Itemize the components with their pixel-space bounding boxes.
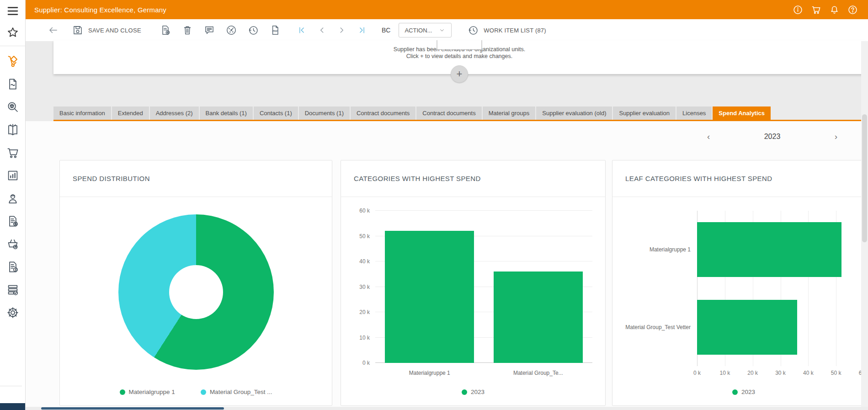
action-dropdown[interactable]: ACTION... <box>399 23 452 37</box>
star-icon <box>6 26 19 39</box>
bar-2[interactable] <box>697 300 797 355</box>
tab-basic-information[interactable]: Basic information <box>53 106 111 120</box>
tab-documents-1[interactable]: Documents (1) <box>299 106 350 120</box>
next-page-icon[interactable] <box>337 25 347 35</box>
chevron-down-icon <box>438 27 446 34</box>
category-label: Material Group_Te... <box>484 370 593 376</box>
org-unit-connector <box>459 50 460 52</box>
horizontal-scrollbar-thumb[interactable] <box>41 407 224 410</box>
bar-row: Material Group_Test Vetter <box>612 288 864 366</box>
org-units-notice-panel: Supplier has been extended for organizat… <box>53 40 865 74</box>
sidebar-item-catalog-book[interactable] <box>0 118 25 141</box>
horizontal-scrollbar[interactable] <box>25 407 868 410</box>
tab-bank-details-1[interactable]: Bank details (1) <box>200 106 253 120</box>
settings-gear-icon <box>6 306 20 319</box>
tab-contract-documents[interactable]: Contract documents <box>416 106 481 120</box>
vertical-scrollbar-thumb[interactable] <box>862 114 867 242</box>
page-content: Supplier has been extended for organizat… <box>25 41 868 407</box>
main-menu-button[interactable] <box>0 0 25 22</box>
gauge-icon[interactable] <box>225 24 237 36</box>
bars-layer <box>375 211 592 363</box>
sidebar-item-invoice-percent[interactable] <box>0 210 25 233</box>
sidebar-item-analytics-chart[interactable] <box>0 164 25 187</box>
card-title: CATEGORIES WITH HIGHEST SPEND <box>341 160 605 197</box>
chart-legend: Materialgruppe 1Material Group_Test ... <box>60 389 332 395</box>
action-dropdown-value: ACTION... <box>405 27 432 34</box>
sidebar-item-basket-clock[interactable] <box>0 233 25 256</box>
legend-item[interactable]: 2023 <box>732 389 755 395</box>
category-labels: Materialgruppe 1Material Group_Te... <box>375 370 592 376</box>
category-label: Materialgruppe 1 <box>612 246 697 253</box>
application-window: § Supplier: Consulting Excellence, Germa… <box>0 0 868 410</box>
bar-1[interactable] <box>697 222 841 277</box>
tab-extended[interactable]: Extended <box>112 106 149 120</box>
bar-2[interactable] <box>494 272 583 363</box>
bars-layer: Materialgruppe 1Material Group_Test Vett… <box>612 211 864 366</box>
tab-contract-documents[interactable]: Contract documents <box>351 106 415 120</box>
tab-material-groups[interactable]: Material groups <box>483 106 536 120</box>
spend-analytics-tab-content: ‹ 2023 › SPEND DISTRIBUTIONMaterialgrupp… <box>25 121 861 407</box>
chart-body: 0 k10 k20 k30 k40 k50 k60 kMaterialgrupp… <box>341 197 605 405</box>
vertical-scrollbar[interactable] <box>861 41 868 407</box>
x-axis-tick-label: 50 k <box>831 370 841 376</box>
work-item-list-button[interactable]: WORK ITEM LIST (87) <box>467 24 546 36</box>
info-icon[interactable] <box>793 5 803 15</box>
svg-text:PDF: PDF <box>273 30 278 32</box>
legend-item[interactable]: 2023 <box>462 389 485 395</box>
sidebar-item-data-server[interactable] <box>0 278 25 301</box>
legend-item[interactable]: Materialgruppe 1 <box>120 389 175 395</box>
history-icon[interactable] <box>247 24 259 36</box>
y-axis-tick-label: 30 k <box>347 284 370 290</box>
previous-page-icon[interactable] <box>317 25 327 35</box>
org-unit-node[interactable] <box>437 40 482 50</box>
previous-year-button[interactable]: ‹ <box>707 132 710 141</box>
tab-supplier-evaluation-old[interactable]: Supplier evaluation (old) <box>536 106 612 120</box>
categories-highest-spend-card: CATEGORIES WITH HIGHEST SPEND0 k10 k20 k… <box>341 160 606 406</box>
legend-swatch <box>120 389 125 395</box>
save-icon <box>72 24 84 36</box>
card-title: LEAF CATEGORIES WITH HIGHEST SPEND <box>612 160 868 197</box>
sidebar-item-hand-truck[interactable] <box>0 50 25 73</box>
bar-track <box>697 300 864 355</box>
data-server-icon <box>6 283 20 297</box>
contract-document-icon <box>6 77 20 91</box>
save-and-close-button[interactable]: SAVE AND CLOSE <box>72 24 141 36</box>
tab-contacts-1[interactable]: Contacts (1) <box>254 106 298 120</box>
next-year-button[interactable]: › <box>835 132 837 141</box>
legend-item[interactable]: Material Group_Test ... <box>201 389 272 395</box>
pdf-icon[interactable]: PDF <box>269 24 281 36</box>
catalog-book-icon <box>6 123 20 137</box>
back-arrow-icon[interactable] <box>47 24 59 36</box>
tab-supplier-evaluation[interactable]: Supplier evaluation <box>613 106 676 120</box>
hand-truck-icon <box>6 54 20 68</box>
legend-label: Materialgruppe 1 <box>129 389 175 395</box>
expand-org-units-button[interactable]: + <box>451 65 468 83</box>
sidebar-item-legal-document[interactable]: § <box>0 256 25 278</box>
sidebar-item-contract-document[interactable] <box>0 73 25 96</box>
sidebar-item-settings-gear[interactable] <box>0 301 25 324</box>
tab-addresses-2[interactable]: Addresses (2) <box>150 106 199 120</box>
main-area: Supplier: Consulting Excellence, Germany… <box>25 0 868 410</box>
sidebar: § <box>0 0 26 410</box>
legend-swatch <box>201 389 206 395</box>
comment-icon[interactable] <box>203 24 215 36</box>
help-icon[interactable] <box>847 5 858 15</box>
bar-1[interactable] <box>385 231 474 363</box>
cart-icon[interactable] <box>811 5 821 15</box>
sidebar-item-item-search[interactable] <box>0 96 25 118</box>
first-page-icon[interactable] <box>297 25 307 35</box>
sidebar-item-supplier-person[interactable] <box>0 187 25 210</box>
spend-distribution-donut[interactable] <box>118 214 274 370</box>
document-add-icon[interactable] <box>160 24 171 36</box>
favorites-button[interactable] <box>0 22 25 43</box>
record-navigation <box>297 25 367 35</box>
spend-distribution-card: SPEND DISTRIBUTIONMaterialgruppe 1Materi… <box>59 160 332 406</box>
y-axis-tick-label: 60 k <box>347 208 370 214</box>
sidebar-item-shopping-cart[interactable] <box>0 141 25 164</box>
tab-licenses[interactable]: Licenses <box>676 106 712 120</box>
bell-icon[interactable] <box>829 5 840 15</box>
delete-icon[interactable] <box>181 24 193 36</box>
sidebar-divider <box>0 386 22 386</box>
tab-spend-analytics[interactable]: Spend Analytics <box>713 106 771 120</box>
last-page-icon[interactable] <box>357 25 367 35</box>
